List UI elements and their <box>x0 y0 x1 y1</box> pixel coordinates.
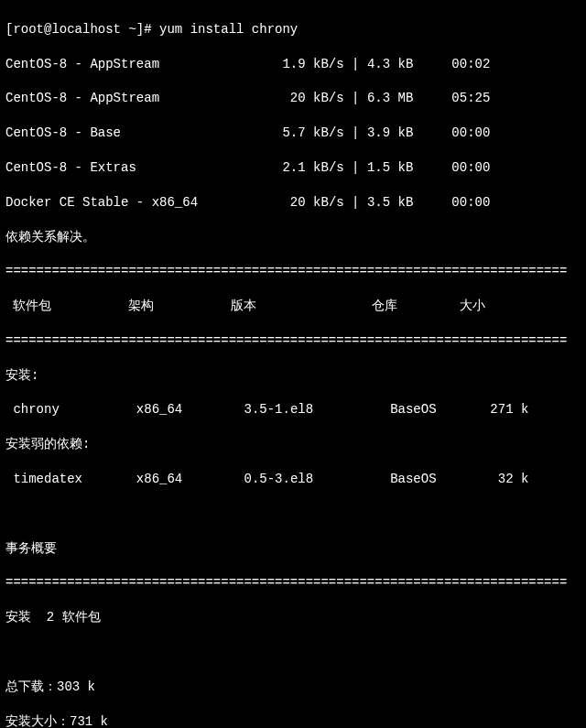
repo-line: CentOS-8 - AppStream 20 kB/s | 6.3 MB 05… <box>5 90 581 107</box>
terminal-output: [root@localhost ~]# yum install chrony C… <box>0 0 586 728</box>
dep-resolved: 依赖关系解决。 <box>5 229 581 246</box>
separator-eq: ========================================… <box>5 332 581 350</box>
summary-label: 事务概要 <box>5 540 581 558</box>
install-count: 安装 2 软件包 <box>5 609 581 626</box>
total-download: 总下载：303 k <box>5 679 581 696</box>
repo-line: Docker CE Stable - x86_64 20 kB/s | 3.5 … <box>5 194 581 212</box>
command-line[interactable]: [root@localhost ~]# yum install chrony <box>5 21 581 38</box>
blank-line <box>5 644 581 661</box>
command-text: yum install chrony <box>159 22 298 37</box>
table-row: chrony x86_64 3.5-1.el8 BaseOS 271 k <box>5 401 581 418</box>
table-header: 软件包 架构 版本 仓库 大小 <box>5 298 581 315</box>
repo-line: CentOS-8 - Extras 2.1 kB/s | 1.5 kB 00:0… <box>5 159 581 177</box>
blank-line <box>5 505 581 523</box>
shell-prompt: [root@localhost ~]# <box>5 22 159 37</box>
table-row: timedatex x86_64 0.5-3.el8 BaseOS 32 k <box>5 471 581 488</box>
repo-line: CentOS-8 - Base 5.7 kB/s | 3.9 kB 00:00 <box>5 125 581 142</box>
installing-label: 安装: <box>5 367 581 385</box>
repo-line: CentOS-8 - AppStream 1.9 kB/s | 4.3 kB 0… <box>5 56 581 73</box>
separator-eq: ========================================… <box>5 263 581 280</box>
installed-size: 安装大小：731 k <box>5 713 581 728</box>
separator-eq: ========================================… <box>5 574 581 592</box>
weak-dep-label: 安装弱的依赖: <box>5 436 581 453</box>
